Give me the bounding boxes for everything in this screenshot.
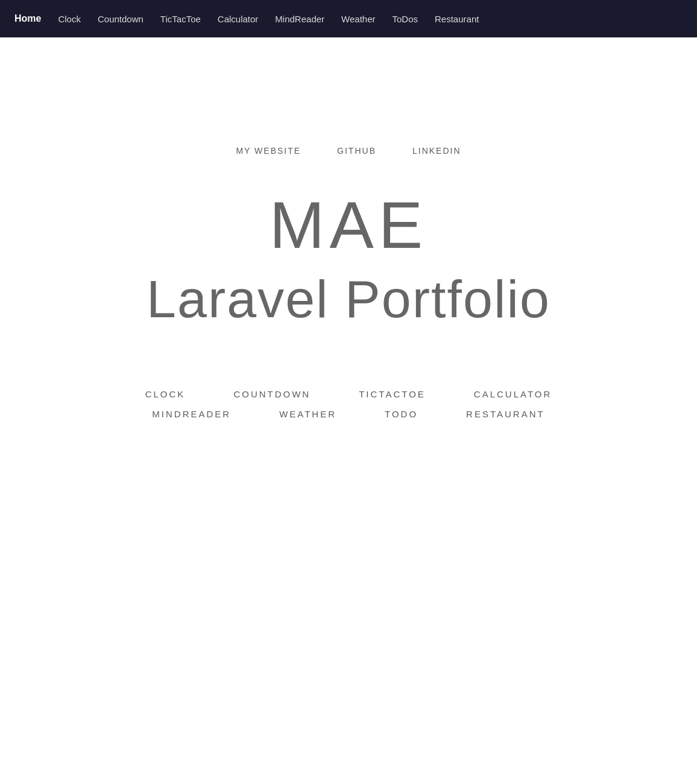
app-link-restaurant[interactable]: RESTAURANT [466, 409, 545, 419]
app-link-weather[interactable]: WEATHER [279, 409, 336, 419]
navigation: Home Clock Countdown TicTacToe Calculato… [0, 0, 697, 37]
app-links-row-2: MINDREADER WEATHER TODO RESTAURANT [152, 409, 544, 419]
app-link-todo[interactable]: TODO [385, 409, 418, 419]
nav-item-mindreader[interactable]: MindReader [275, 14, 324, 24]
nav-item-countdown[interactable]: Countdown [98, 14, 144, 24]
hero-name: MAE [270, 192, 427, 258]
hero-links: MY WEBSITE GITHUB LINKEDIN [236, 146, 461, 156]
app-link-clock[interactable]: CLOCK [145, 389, 186, 399]
my-website-link[interactable]: MY WEBSITE [236, 146, 301, 156]
app-link-tictactoe[interactable]: TICTACTOE [359, 389, 426, 399]
nav-item-home[interactable]: Home [14, 13, 41, 24]
app-links-section: CLOCK COUNTDOWN TICTACTOE CALCULATOR MIN… [145, 389, 552, 419]
app-link-calculator[interactable]: CALCULATOR [474, 389, 552, 399]
app-link-countdown[interactable]: COUNTDOWN [233, 389, 311, 399]
linkedin-link[interactable]: LINKEDIN [412, 146, 461, 156]
hero-section: MY WEBSITE GITHUB LINKEDIN MAE Laravel P… [0, 37, 697, 419]
nav-item-weather[interactable]: Weather [341, 14, 375, 24]
app-link-mindreader[interactable]: MINDREADER [152, 409, 231, 419]
app-links-row-1: CLOCK COUNTDOWN TICTACTOE CALCULATOR [145, 389, 552, 399]
github-link[interactable]: GITHUB [337, 146, 376, 156]
nav-item-tictactoe[interactable]: TicTacToe [160, 14, 201, 24]
nav-item-restaurant[interactable]: Restaurant [435, 14, 479, 24]
nav-item-calculator[interactable]: Calculator [218, 14, 259, 24]
nav-item-clock[interactable]: Clock [58, 14, 81, 24]
nav-item-todos[interactable]: ToDos [393, 14, 418, 24]
hero-subtitle: Laravel Portfolio [147, 270, 550, 329]
